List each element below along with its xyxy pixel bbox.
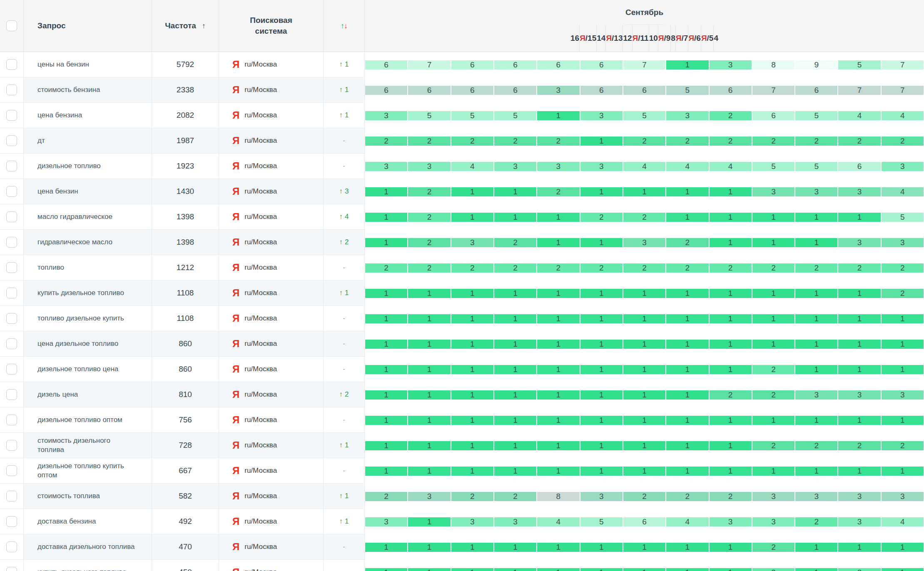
- header-checkbox-cell: [0, 0, 24, 52]
- row-checkbox[interactable]: [6, 567, 17, 571]
- row-checkbox[interactable]: [6, 262, 17, 273]
- position-cell: 1: [666, 441, 708, 450]
- position-cell: 2: [537, 263, 579, 273]
- row-checkbox[interactable]: [6, 541, 17, 552]
- query-text[interactable]: цена бензин: [37, 187, 78, 196]
- select-all-checkbox[interactable]: [6, 20, 17, 31]
- position-cell: 1: [365, 213, 407, 222]
- header-frequency[interactable]: Частота ↑: [152, 0, 219, 52]
- position-cell: 1: [451, 390, 493, 400]
- frequency-cell: 492: [152, 509, 219, 534]
- row-checkbox[interactable]: [6, 465, 17, 476]
- change-cell: ↑2: [324, 382, 365, 407]
- arrow-down-icon[interactable]: ↓: [344, 22, 347, 30]
- date-headers-row: 16Я/1514Я/1312Я/1110Я/98Я/7Я/6Я/54: [570, 25, 718, 52]
- position-cell: 1: [537, 213, 579, 222]
- position-cell: 1: [838, 543, 880, 552]
- row-checkbox[interactable]: [6, 135, 17, 146]
- query-text[interactable]: дизельное топливо цена: [37, 365, 118, 374]
- query-text[interactable]: доставка бензина: [37, 517, 96, 526]
- query-text[interactable]: цены на бензин: [37, 60, 89, 69]
- position-cell: 1: [666, 568, 708, 571]
- position-cell: 2: [838, 137, 880, 146]
- query-text[interactable]: доставка дизельного топлива: [37, 542, 134, 551]
- position-cell: 6: [580, 60, 623, 70]
- query-cell: стоимость топлива: [24, 484, 152, 509]
- row-checkbox[interactable]: [6, 440, 17, 451]
- rank-up-arrow-icon: ↑: [339, 86, 343, 94]
- row-checkbox[interactable]: [6, 516, 17, 527]
- row-checkbox-cell: [0, 306, 24, 331]
- position-cell: 2: [752, 543, 794, 552]
- row-checkbox-cell: [0, 204, 24, 230]
- row-checkbox[interactable]: [6, 364, 17, 375]
- position-cell: 1: [580, 365, 623, 374]
- query-text[interactable]: дт: [37, 136, 45, 145]
- query-text[interactable]: купить дизельное топливо: [37, 288, 124, 298]
- search-engine-cell: Я ru/Москва: [219, 407, 324, 433]
- position-cell: 1: [795, 568, 837, 571]
- position-cell: 1: [882, 340, 924, 349]
- query-text[interactable]: цена дизельное топливо: [37, 339, 118, 348]
- row-checkbox[interactable]: [6, 211, 17, 222]
- query-text[interactable]: стоимость дизельного топлива: [37, 436, 136, 454]
- row-checkbox[interactable]: [6, 338, 17, 349]
- position-cell: 5: [838, 60, 880, 70]
- region-label: ru/Москва: [244, 60, 277, 69]
- position-cell: 4: [710, 162, 752, 171]
- query-text[interactable]: гидравлическое масло: [37, 238, 112, 247]
- arrow-up-icon[interactable]: ↑: [341, 22, 344, 30]
- query-text[interactable]: цена бензина: [37, 111, 82, 120]
- position-cell: 1: [580, 543, 623, 552]
- position-cell: 1: [752, 416, 794, 425]
- row-checkbox[interactable]: [6, 491, 17, 501]
- positions-cells: 6666366567677: [365, 77, 924, 103]
- query-text[interactable]: стоимость топлива: [37, 492, 100, 501]
- query-text[interactable]: топливо дизельное купить: [37, 314, 124, 323]
- query-text[interactable]: дизельное топливо купить оптом: [37, 462, 136, 480]
- position-cell: 2: [365, 492, 407, 501]
- row-checkbox[interactable]: [6, 389, 17, 400]
- position-cell: 1: [494, 467, 536, 476]
- position-cell: 1: [408, 340, 450, 349]
- region-label: ru/Москва: [244, 86, 277, 94]
- frequency-cell: 1923: [152, 154, 219, 179]
- query-text[interactable]: дизель цена: [37, 390, 78, 399]
- row-checkbox[interactable]: [6, 59, 17, 70]
- row-checkbox[interactable]: [6, 110, 17, 121]
- row-checkbox[interactable]: [6, 84, 17, 95]
- query-text[interactable]: стоимость бензина: [37, 85, 100, 94]
- row-checkbox[interactable]: [6, 186, 17, 197]
- row-checkbox[interactable]: [6, 415, 17, 425]
- query-text[interactable]: купить дизельного топлива: [37, 568, 127, 571]
- position-cell: 2: [795, 137, 837, 146]
- position-cell: 1: [795, 416, 837, 425]
- row-checkbox[interactable]: [6, 313, 17, 324]
- search-engine-cell: Я ru/Москва: [219, 179, 324, 204]
- row-checkbox[interactable]: [6, 237, 17, 248]
- query-text[interactable]: топливо: [37, 263, 64, 272]
- region-label: ru/Москва: [244, 314, 277, 323]
- position-cell: 1: [666, 213, 708, 222]
- yandex-icon: Я: [232, 440, 239, 450]
- query-text[interactable]: масло гидравлическое: [37, 212, 112, 221]
- position-cell: 1: [710, 568, 752, 571]
- table-body: цены на бензин 5792 Я ru/Москва ↑1 67666…: [0, 52, 924, 571]
- search-engine-cell: Я ru/Москва: [219, 306, 324, 331]
- yandex-icon: Я: [232, 390, 239, 400]
- position-cell: 7: [882, 60, 924, 70]
- position-cell: 6: [408, 86, 450, 95]
- frequency-cell: 2082: [152, 103, 219, 128]
- position-cell: 2: [882, 263, 924, 273]
- query-text[interactable]: дизельное топливо: [37, 161, 101, 171]
- header-change[interactable]: ↑ ↓: [324, 0, 365, 52]
- sort-ascending-icon[interactable]: ↑: [202, 22, 206, 30]
- row-checkbox[interactable]: [6, 288, 17, 298]
- positions-cells: 1111111111112: [365, 281, 924, 306]
- search-engine-column-label: Поисковая система: [238, 15, 304, 36]
- position-cell: 3: [537, 162, 579, 171]
- search-engine-cell: Я ru/Москва: [219, 357, 324, 382]
- query-text[interactable]: дизельное топливо оптом: [37, 415, 122, 425]
- rank-up-arrow-icon: ↑: [339, 213, 343, 221]
- row-checkbox[interactable]: [6, 161, 17, 171]
